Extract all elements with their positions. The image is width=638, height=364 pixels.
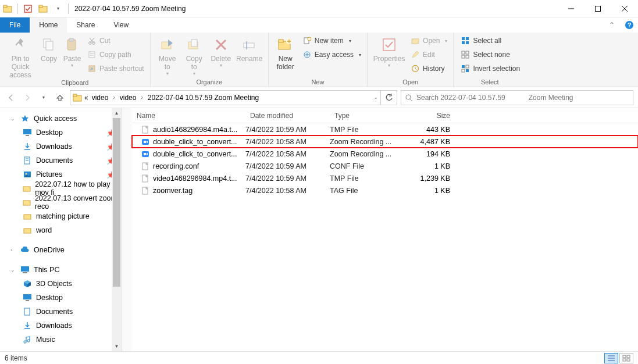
folder-icon xyxy=(22,212,33,221)
ribbon-collapse-icon[interactable]: ⌃ xyxy=(603,17,621,33)
copy-to-button[interactable]: Copy to▾ xyxy=(181,34,208,76)
recent-locations-button[interactable]: ▾ xyxy=(37,91,50,104)
nav-documents[interactable]: Documents📌 xyxy=(0,154,122,167)
nav-folder[interactable]: 2022.07.12 how to play mov fi xyxy=(0,181,122,195)
details-view-button[interactable] xyxy=(604,353,618,363)
svg-rect-71 xyxy=(24,308,30,315)
close-button[interactable] xyxy=(611,0,638,17)
downloads-icon xyxy=(22,321,33,330)
file-type: Zoom Recording ... xyxy=(330,150,405,158)
breadcrumb-bar[interactable]: « video› video› 2022-07-04 10.57.59 Zoom… xyxy=(70,90,381,105)
nav-pc-music[interactable]: Music xyxy=(0,333,122,347)
chevron-right-icon[interactable]: › xyxy=(138,94,145,101)
file-row[interactable]: recording.conf7/4/2022 10:59 AMCONF File… xyxy=(132,160,638,172)
qat-customize-dropdown[interactable]: ▾ xyxy=(52,3,64,15)
svg-text:?: ? xyxy=(628,22,632,28)
col-name[interactable]: Name xyxy=(132,112,245,120)
file-row[interactable]: audio1468296984.m4a.t...7/4/2022 10:59 A… xyxy=(132,123,638,135)
col-type[interactable]: Type xyxy=(330,112,405,120)
nav-pc-documents[interactable]: Documents xyxy=(0,305,122,319)
rename-button[interactable]: Rename xyxy=(234,34,265,63)
paste-button[interactable]: Paste ▾ xyxy=(60,34,84,68)
file-tab[interactable]: File xyxy=(0,17,30,33)
file-size: 4,487 KB xyxy=(405,138,455,146)
nav-3d-objects[interactable]: 3D Objects xyxy=(0,277,122,291)
svg-rect-45 xyxy=(462,55,465,58)
breadcrumb-item[interactable]: video xyxy=(91,94,110,102)
path-history-dropdown[interactable]: ⌄ xyxy=(374,95,378,100)
pin-to-quick-access-button[interactable]: Pin to Quick access xyxy=(3,34,37,79)
properties-button[interactable]: Properties▾ xyxy=(371,34,407,68)
svg-rect-42 xyxy=(466,41,469,44)
copy-to-icon xyxy=(185,35,204,54)
invert-selection-button[interactable]: Invert selection xyxy=(458,62,522,75)
qat-folder-icon[interactable] xyxy=(37,3,49,15)
search-box[interactable]: Search 2022-07-04 10.57.59 Zoom Meeting xyxy=(401,90,633,105)
3d-icon xyxy=(22,279,33,288)
svg-line-18 xyxy=(90,38,94,43)
zoom-icon xyxy=(140,138,151,146)
large-icons-view-button[interactable] xyxy=(619,353,633,363)
copy-path-button[interactable]: Copy path xyxy=(85,48,147,61)
forward-button[interactable] xyxy=(21,91,34,104)
select-none-button[interactable]: Select none xyxy=(458,48,522,61)
back-button[interactable] xyxy=(5,91,17,104)
select-none-icon xyxy=(461,50,470,59)
cut-button[interactable]: Cut xyxy=(85,34,147,47)
copy-button[interactable]: Copy xyxy=(37,34,60,63)
file-row[interactable]: video1468296984.mp4.t...7/4/2022 10:59 A… xyxy=(132,172,638,184)
nav-folder[interactable]: 2022.07.13 convert zoom reco xyxy=(0,195,122,209)
edit-button[interactable]: Edit xyxy=(408,48,450,61)
select-all-icon xyxy=(461,36,470,45)
nav-scrollbar[interactable]: ▲ ▼ xyxy=(112,108,122,351)
home-tab[interactable]: Home xyxy=(30,17,67,33)
chevron-right-icon[interactable]: › xyxy=(111,94,117,101)
nav-quick-access[interactable]: ⌄Quick access xyxy=(0,112,122,126)
nav-onedrive[interactable]: ›OneDrive xyxy=(0,243,122,257)
file-row[interactable]: zoomver.tag7/4/2022 10:58 AMTAG File1 KB xyxy=(132,184,638,197)
easy-access-button[interactable]: Easy access▾ xyxy=(300,48,363,61)
scroll-down-icon[interactable]: ▼ xyxy=(112,341,122,351)
new-folder-button[interactable]: New folder xyxy=(272,34,299,71)
qat-properties-icon[interactable] xyxy=(22,3,34,15)
history-button[interactable]: History xyxy=(408,62,450,75)
scroll-up-icon[interactable]: ▲ xyxy=(112,108,122,118)
help-button[interactable]: ? xyxy=(621,17,638,33)
minimize-button[interactable] xyxy=(558,0,584,17)
svg-rect-41 xyxy=(462,41,465,44)
share-tab[interactable]: Share xyxy=(67,17,104,33)
svg-rect-84 xyxy=(623,359,626,361)
breadcrumb-item[interactable]: 2022-07-04 10.57.59 Zoom Meeting xyxy=(147,94,260,102)
delete-button[interactable]: Delete▾ xyxy=(208,34,234,68)
svg-point-34 xyxy=(308,37,311,41)
menu-bar: File Home Share View ⌃ ? xyxy=(0,17,638,33)
delete-icon xyxy=(212,35,230,54)
paste-shortcut-button[interactable]: Paste shortcut xyxy=(85,62,147,75)
move-to-button[interactable]: Move to▾ xyxy=(154,34,181,76)
navigation-pane: ⌄Quick access Desktop📌 Downloads📌 Docume… xyxy=(0,108,122,351)
nav-folder[interactable]: matching picture xyxy=(0,209,122,223)
nav-downloads[interactable]: Downloads📌 xyxy=(0,140,122,154)
nav-this-pc[interactable]: ⌄This PC xyxy=(0,263,122,277)
view-tab[interactable]: View xyxy=(104,17,138,33)
nav-pc-downloads[interactable]: Downloads xyxy=(0,319,122,333)
refresh-button[interactable] xyxy=(381,90,397,105)
nav-pictures[interactable]: Pictures📌 xyxy=(0,167,122,181)
nav-folder[interactable]: word xyxy=(0,223,122,237)
breadcrumb-item[interactable]: video xyxy=(119,94,138,102)
nav-desktop[interactable]: Desktop📌 xyxy=(0,126,122,140)
maximize-button[interactable] xyxy=(584,0,611,17)
paste-shortcut-icon xyxy=(87,64,97,73)
file-row[interactable]: double_click_to_convert...7/4/2022 10:58… xyxy=(132,148,638,160)
select-all-button[interactable]: Select all xyxy=(458,34,522,47)
svg-rect-46 xyxy=(466,55,469,58)
scroll-thumb[interactable] xyxy=(113,118,120,287)
open-button[interactable]: Open▾ xyxy=(408,34,450,47)
ribbon-select-group: Select all Select none Invert selection … xyxy=(454,33,526,87)
col-size[interactable]: Size xyxy=(405,112,455,120)
new-item-button[interactable]: New item▾ xyxy=(300,34,363,47)
up-button[interactable] xyxy=(54,91,66,104)
nav-pc-desktop[interactable]: Desktop xyxy=(0,291,122,305)
col-date[interactable]: Date modified xyxy=(245,112,330,120)
file-row[interactable]: double_click_to_convert...7/4/2022 10:58… xyxy=(132,135,638,148)
